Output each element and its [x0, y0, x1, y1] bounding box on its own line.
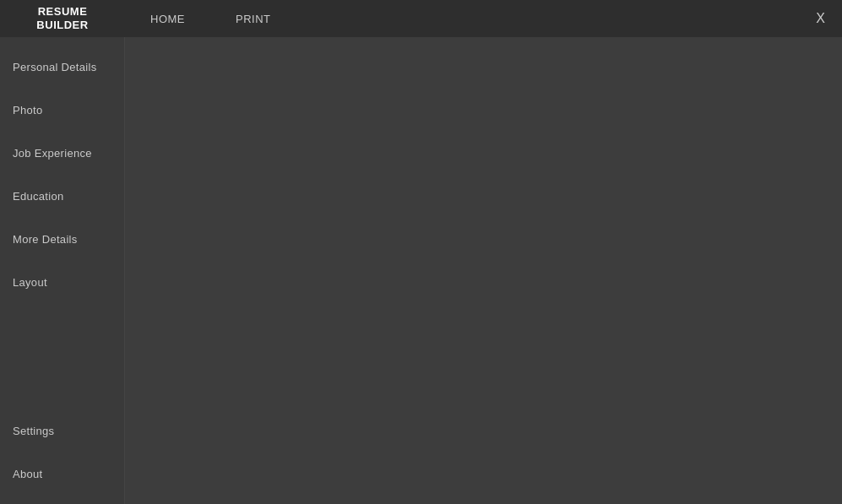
nav-links: HOME PRINT	[125, 0, 799, 37]
sidebar-item-label: Personal Details	[13, 61, 96, 73]
sidebar-item-label: More Details	[13, 233, 78, 246]
sidebar: Personal Details Photo Job Experience Ed…	[0, 37, 125, 504]
sidebar-item-layout[interactable]: Layout	[0, 261, 124, 304]
close-button[interactable]: X	[799, 0, 842, 37]
sidebar-item-label: Photo	[13, 104, 42, 117]
sidebar-item-label: Education	[13, 190, 64, 203]
home-nav-link[interactable]: HOME	[125, 0, 210, 37]
sidebar-item-personal-details[interactable]: Personal Details	[0, 46, 124, 89]
brand-line2: BUILDER	[36, 19, 88, 31]
print-nav-link[interactable]: PRINT	[210, 0, 296, 37]
main-area	[125, 37, 842, 504]
sidebar-bottom: Settings About	[0, 409, 124, 504]
sidebar-item-about[interactable]: About	[0, 453, 124, 496]
brand-line1: RESUME	[38, 5, 88, 18]
main-content: Personal Details Photo Job Experience Ed…	[0, 37, 842, 504]
sidebar-item-more-details[interactable]: More Details	[0, 218, 124, 261]
brand-logo: RESUME BUILDER	[0, 0, 125, 37]
sidebar-item-education[interactable]: Education	[0, 175, 124, 218]
sidebar-item-photo[interactable]: Photo	[0, 89, 124, 132]
sidebar-item-label: Layout	[13, 276, 47, 289]
sidebar-item-settings[interactable]: Settings	[0, 409, 124, 453]
sidebar-item-label: Job Experience	[13, 147, 92, 160]
sidebar-item-job-experience[interactable]: Job Experience	[0, 132, 124, 175]
sidebar-nav: Personal Details Photo Job Experience Ed…	[0, 37, 124, 409]
top-nav: RESUME BUILDER HOME PRINT X	[0, 0, 842, 37]
brand-text: RESUME BUILDER	[36, 5, 88, 31]
sidebar-item-label: About	[13, 468, 42, 480]
sidebar-item-label: Settings	[13, 425, 54, 437]
